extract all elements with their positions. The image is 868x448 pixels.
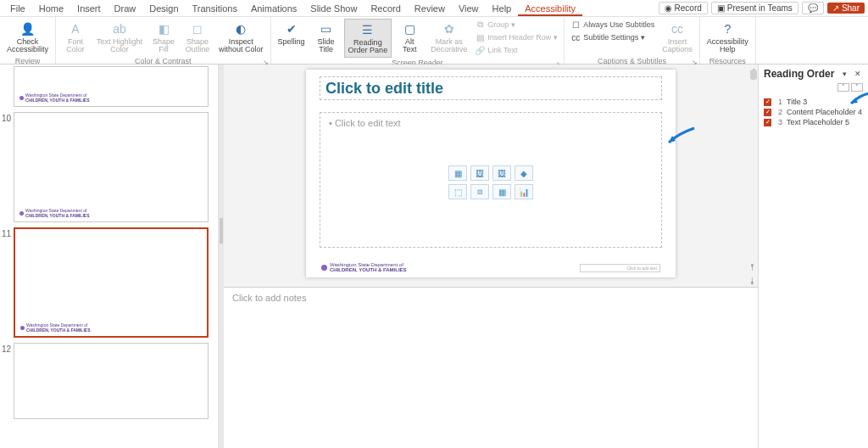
scroll-thumb[interactable] [750,70,757,80]
text-placeholder-text: Click to add text [626,266,657,271]
content-placeholder[interactable]: • Click to edit text ▦ 🖼 🖼 ◆ ⬚ ⧈ ▦ 📊 [320,112,662,248]
tab-design[interactable]: Design [142,1,185,16]
move-up-button[interactable]: ˄ [837,83,849,92]
record-button[interactable]: ◉Record [659,2,708,14]
insert-stock-image-icon[interactable]: 🖼 [492,165,511,181]
content-insert-icons: ▦ 🖼 🖼 ◆ ⬚ ⧈ ▦ 📊 [448,165,533,199]
insert-video-icon[interactable]: ▦ [492,184,511,199]
insert-smartart-icon[interactable]: ⧈ [470,184,489,199]
insert-chart-icon[interactable]: 📊 [515,184,533,199]
chevron-down-icon: ▾ [641,33,645,42]
checked-icon[interactable]: ✓ [764,98,771,106]
always-use-subtitles-checkbox[interactable]: ☐Always Use Subtitles [568,19,657,31]
next-slide-icon[interactable]: ⭳ [748,277,756,285]
ribbon-tabs: File Home Insert Draw Design Transitions… [0,0,868,17]
comments-button[interactable]: 💬 [802,2,824,14]
table-header-icon: ▤ [475,32,485,42]
pane-close-icon[interactable]: ✕ [853,69,863,79]
outline-icon: ◻ [189,20,206,37]
thumb-number: 10 [2,112,14,123]
shape-outline-button: ◻Shape Outline [181,19,214,56]
insert-header-row-button: ▤Insert Header Row▾ [472,31,560,43]
group-review: 👤 Check Accessibility Review [0,17,56,64]
tab-view[interactable]: View [452,1,486,16]
slide-canvas-area[interactable]: Click to edit title • Click to edit text… [224,64,758,287]
slide[interactable]: Click to edit title • Click to edit text… [306,70,676,277]
record-dot-icon: ◉ [665,3,672,13]
spelling-button[interactable]: ✔Spelling [275,19,309,48]
tab-transitions[interactable]: Transitions [186,1,244,16]
thumbnail-slide-9[interactable]: Washington State Department ofCHILDREN, … [14,66,209,107]
slide-title-icon: ▭ [318,20,335,37]
group-objects-button: ⧉Group▾ [472,19,560,31]
thumbnail-pane[interactable]: Washington State Department ofCHILDREN, … [0,64,219,448]
group-resources: ?Accessibility Help Resources [700,17,756,64]
share-icon: ↗ [832,3,839,13]
tab-accessibility[interactable]: Accessibility [518,1,582,16]
ribbon: 👤 Check Accessibility Review AFont Color… [0,17,868,64]
notes-pane[interactable]: Click to add notes [224,287,758,448]
checked-icon[interactable]: ✓ [764,109,771,116]
canvas-scrollbar[interactable]: ▴ ⭱ ⭳ [749,64,758,287]
tab-help[interactable]: Help [486,1,519,16]
tab-record[interactable]: Record [364,1,407,16]
inspect-without-color-button[interactable]: ◐Inspect without Color [215,19,267,56]
reading-order-item-label: Text Placeholder 5 [787,118,849,126]
alt-text-button[interactable]: ▢Alt Text [393,19,426,56]
link-text-button: 🔗Link Text [472,44,560,56]
help-icon: ? [719,20,736,37]
thumbnail-slide-11[interactable]: Washington State Department ofCHILDREN, … [14,227,209,338]
group-icon: ⧉ [475,20,485,30]
link-icon: 🔗 [475,45,485,55]
title-placeholder[interactable]: Click to edit title [320,76,662,100]
group-captions: ☐Always Use Subtitles ccSubtitle Setting… [565,17,700,64]
present-in-teams-button[interactable]: ▣Present in Teams [711,2,798,14]
checked-icon[interactable]: ✓ [764,119,771,126]
prev-slide-icon[interactable]: ⭱ [748,264,756,272]
slide-title-button[interactable]: ▭Slide Title [310,19,342,56]
insert-picture-icon[interactable]: 🖼 [470,165,489,181]
shape-fill-button: ◧Shape Fill [147,19,180,56]
reading-order-pane-button[interactable]: ☰Reading Order Pane [344,19,392,58]
tab-insert[interactable]: Insert [70,1,108,16]
pane-options-icon[interactable]: ▾ [839,69,849,79]
check-accessibility-button[interactable]: 👤 Check Accessibility [3,19,52,56]
thumb-number [2,66,14,68]
thumbnail-slide-12[interactable] [14,343,209,419]
fill-icon: ◧ [155,20,172,37]
reading-order-icon: ☰ [359,21,376,38]
reading-order-title: Reading Order [764,68,834,80]
tab-home[interactable]: Home [32,1,70,16]
tab-review[interactable]: Review [408,1,452,16]
cc-icon: cc [570,32,581,42]
tab-animations[interactable]: Animations [244,1,303,16]
accessibility-help-button[interactable]: ?Accessibility Help [704,19,752,56]
insert-3d-icon[interactable]: ⬚ [448,184,467,199]
text-placeholder-5[interactable]: Click to add text [580,264,660,272]
notes-placeholder: Click to add notes [232,293,306,303]
share-button[interactable]: ↗Shar [827,3,865,14]
person-check-icon: 👤 [19,20,36,37]
subtitle-settings-button[interactable]: ccSubtitle Settings▾ [568,31,657,43]
inspect-icon: ◐ [232,20,249,37]
reading-order-item[interactable]: ✓ 1 Title 3 [762,97,865,107]
logo-icon [19,96,24,100]
reading-order-item[interactable]: ✓ 2 Content Placeholder 4 [762,107,865,117]
tab-slide-show[interactable]: Slide Show [303,1,364,16]
editor-area: Click to edit title • Click to edit text… [224,64,758,448]
thumbnail-slide-10[interactable]: Washington State Department ofCHILDREN, … [14,112,209,222]
insert-icons-icon[interactable]: ◆ [515,165,533,181]
decorative-icon: ✿ [441,20,458,37]
move-down-button[interactable]: ˅ [851,83,863,92]
splitter-grip-icon [220,218,223,244]
insert-table-icon[interactable]: ▦ [448,165,467,181]
reading-order-pane: Reading Order ▾ ✕ ˄ ˅ ✓ 1 Title 3 ✓ 2 Co… [758,64,868,448]
group-color-contrast: AFont Color abText Highlight Color ◧Shap… [56,17,271,64]
reading-order-item[interactable]: ✓ 3 Text Placeholder 5 [762,117,865,127]
tab-draw[interactable]: Draw [108,1,143,16]
alt-text-icon: ▢ [401,20,418,37]
body-placeholder-text: Click to edit text [335,118,401,128]
tab-file[interactable]: File [3,1,32,16]
text-highlight-color-button: abText Highlight Color [93,19,146,56]
thumb-number: 12 [2,343,14,354]
